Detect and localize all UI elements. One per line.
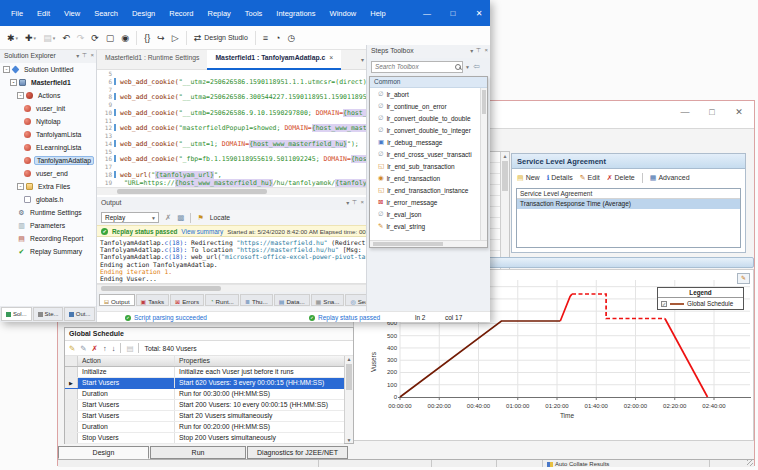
add-button[interactable]: ✚▾	[25, 33, 36, 43]
view-summary-link[interactable]: View summary	[181, 228, 223, 235]
step-item-lr_continue_on_error[interactable]: ∅lr_continue_on_error	[370, 100, 487, 112]
menu-replay[interactable]: Replay	[200, 9, 237, 18]
properties-column-header[interactable]: Properties	[175, 356, 344, 366]
scroll-up-icon[interactable]: ▲	[345, 356, 353, 362]
chevron-down-icon[interactable]: ▼	[465, 64, 470, 70]
expand-icon[interactable]: -	[17, 183, 24, 190]
steps-vscrollbar[interactable]	[480, 88, 487, 240]
design-studio-button[interactable]: ⇄Design Studio	[194, 33, 248, 43]
move-down-icon[interactable]: ↓	[112, 344, 116, 353]
replay-status[interactable]: ✔ Replay status passed	[309, 314, 380, 321]
controller-tab-diagnostics-for-j2ee-net[interactable]: Diagnostics for J2EE/NET	[247, 446, 348, 459]
legend-checkbox[interactable]: ✓	[661, 301, 667, 307]
tree-item-tanfolyamadatlap[interactable]: TanfolyamAdatlap	[0, 154, 96, 167]
clear-output-icon[interactable]: ✗	[165, 213, 171, 222]
schedule-row[interactable]: DurationRun for 00:20:00 (HH:MM:SS)	[65, 422, 344, 433]
schedule-row[interactable]: InitializeInitialize each Vuser just bef…	[65, 367, 344, 378]
auto-collate-results[interactable]: Auto Collate Results	[547, 461, 609, 467]
pin-icon[interactable]: ⊥	[82, 52, 87, 59]
step-item-lr_end_sub_transaction[interactable]: ◱lr_end_sub_transaction	[370, 160, 487, 172]
schedule-row[interactable]: Start VusersStart 20 Vusers simultaneous…	[65, 411, 344, 422]
editor-tab-tanfolyamadatlap[interactable]: Masterfield1 : TanfolyamAdatlap.c×	[207, 50, 341, 70]
runtime-viewer-button[interactable]: ◷	[288, 33, 296, 43]
output-mode-combo[interactable]: Replay ▼	[101, 212, 159, 223]
menu-view[interactable]: View	[57, 9, 87, 18]
resize-grip[interactable]	[747, 460, 753, 466]
tree-item-vuser-init[interactable]: vuser_init	[0, 102, 96, 115]
search-toolbox-input[interactable]	[371, 61, 463, 73]
menu-integrations[interactable]: Integrations	[269, 9, 322, 18]
menu-file[interactable]: File	[4, 9, 30, 18]
schedule-row[interactable]: Start VusersStart 200 Vusers: 10 every 0…	[65, 400, 344, 411]
sla-new-button[interactable]: ▤New	[517, 174, 540, 182]
step-item-lr_end_cross_vuser_transacti[interactable]: ∅lr_end_cross_vuser_transacti	[370, 148, 487, 160]
output-panel-tab-output[interactable]: ⊟Output	[99, 294, 135, 306]
controller-maximize-button[interactable]: □	[705, 107, 719, 117]
scroll-down-icon[interactable]: ▼	[345, 437, 353, 443]
sla-list[interactable]: Service Level Agreement Transaction Resp…	[516, 188, 741, 248]
output-panel-tab-thu[interactable]: ≣Thu...	[240, 294, 273, 306]
export-output-icon[interactable]: ▩	[177, 213, 184, 222]
menu-edit[interactable]: Edit	[30, 9, 57, 18]
scrollbar-thumb[interactable]	[346, 364, 352, 390]
chevron-down-icon[interactable]: ▾	[346, 199, 349, 206]
output-panel-tab-tasks[interactable]: ▣Tasks	[136, 294, 170, 306]
tab-overflow-icon[interactable]: ▾	[361, 56, 364, 63]
new-script-button[interactable]: ✱▾	[7, 33, 18, 43]
legend-entry[interactable]: ✓ Global Schedule	[658, 298, 743, 309]
controller-close-button[interactable]: ✕	[732, 107, 746, 117]
output-hscrollbar[interactable]	[97, 284, 366, 292]
step-item-lr_convert_double_to_double[interactable]: ∅lr_convert_double_to_double	[370, 112, 487, 124]
copy-icon[interactable]: ▤	[126, 344, 133, 353]
locate-button[interactable]: Locate	[210, 214, 230, 221]
collapsed-pane-header[interactable]	[488, 257, 754, 268]
close-icon[interactable]: ×	[90, 52, 94, 59]
controller-tab-run[interactable]: Run	[150, 446, 246, 459]
tree-item-globals-h[interactable]: globals.h	[0, 193, 96, 206]
tree-item-actions[interactable]: -Actions	[0, 89, 96, 102]
editor-hscrollbar[interactable]	[97, 187, 366, 195]
output-panel-tab-errors[interactable]: ⊠Errors	[170, 294, 204, 306]
tree-item-tanfolyamlista[interactable]: TanfolyamLista	[0, 128, 96, 141]
vugen-close-button[interactable]: ✕	[472, 9, 486, 18]
record-button[interactable]: ◉	[121, 33, 129, 43]
tree-item-extra-files[interactable]: -Extra Files	[0, 180, 96, 193]
edit-action-icon[interactable]: ✎	[80, 344, 86, 353]
pin-icon[interactable]: ⊥	[476, 47, 481, 54]
undo-button[interactable]: ↶	[62, 33, 70, 43]
back-arrow-icon[interactable]: ⇦	[473, 62, 480, 71]
expand-icon[interactable]: -	[10, 79, 17, 86]
tree-item-replay-summary[interactable]: ✔Replay Summary	[0, 245, 96, 258]
expand-icon[interactable]: -	[17, 92, 24, 99]
tree-item-parameters[interactable]: ▥Parameters	[0, 219, 96, 232]
runtime-settings-button[interactable]: ◔	[275, 33, 280, 43]
chevron-down-icon[interactable]: ▾	[470, 47, 473, 54]
menu-window[interactable]: Window	[323, 9, 364, 18]
menu-tools[interactable]: Tools	[238, 9, 270, 18]
tree-item-nyitolap[interactable]: Nyitolap	[0, 115, 96, 128]
step-item-lr_error_message[interactable]: ⊠lr_error_message	[370, 196, 487, 208]
scrollbar-thumb[interactable]	[482, 90, 486, 114]
action-column-header[interactable]: Action	[78, 356, 175, 366]
tree-item-masterfield1[interactable]: -Masterfield1	[0, 76, 96, 89]
step-item-lr_eval_json[interactable]: ∅lr_eval_json	[370, 208, 487, 220]
editor-tab-runtime-settings[interactable]: Masterfield1 : Runtime Settings	[97, 50, 207, 70]
delete-action-icon[interactable]: ✗	[92, 344, 98, 353]
scrollbar-thumb[interactable]	[101, 286, 221, 291]
schedule-row[interactable]: ▶Start VusersStart 620 Vusers: 3 every 0…	[65, 378, 344, 389]
panel-tab-sol[interactable]: Sol...	[1, 307, 32, 321]
tree-item-vuser-end[interactable]: vuser_end	[0, 167, 96, 180]
record-options-button[interactable]: ▢	[106, 33, 115, 43]
schedule-row[interactable]: Stop VusersStop 200 Vusers simultaneousl…	[65, 433, 344, 444]
output-panel-tab-data[interactable]: ▤Data...	[274, 294, 310, 306]
close-icon[interactable]: ×	[484, 47, 488, 54]
tree-item-elearninglista[interactable]: ELearningLista	[0, 141, 96, 154]
scroll-up-icon[interactable]: ▲	[501, 153, 509, 159]
close-icon[interactable]: ×	[329, 54, 333, 61]
menu-help[interactable]: Help	[363, 9, 392, 18]
code-area[interactable]: 56web_add_cookie("__utmz=250626586.15901…	[97, 70, 366, 187]
steps-section-common[interactable]: Common	[370, 77, 487, 88]
menu-record[interactable]: Record	[162, 9, 200, 18]
schedule-row[interactable]: DurationRun for 00:30:00 (HH:MM:SS)	[65, 389, 344, 400]
close-icon[interactable]: ×	[360, 199, 364, 206]
